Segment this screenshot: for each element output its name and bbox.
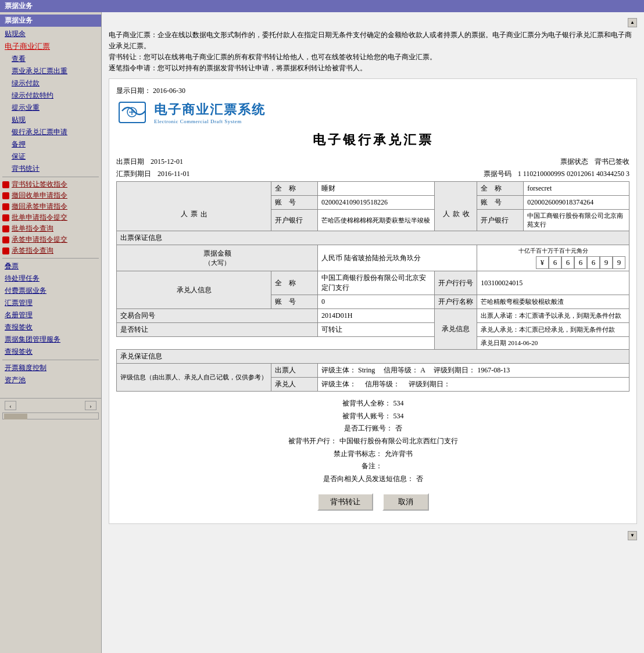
credit-acceptor-level-label: 信用等级： <box>365 380 400 388</box>
scroll-up-button[interactable]: ▲ <box>628 18 637 27</box>
cancel-button[interactable]: 取消 <box>382 493 429 511</box>
endorsee-bank-row: 被背书开户行： 中国银行股份有限公司北京西红门支行 <box>116 435 629 448</box>
sidebar-item-查报签收2[interactable]: 查报签收 <box>0 346 101 358</box>
main-container: 票据业务 票据业务 贴现余 电子商业汇票 查看 票业承兑汇票出重 绿示付款 绿示… <box>0 0 644 653</box>
nav-left-arrow[interactable]: ‹ <box>5 401 16 410</box>
confirm-button[interactable]: 背书转让 <box>317 493 373 511</box>
bullet-icon-6 <box>2 236 9 243</box>
date-line: 显示日期： 2016-06-30 <box>116 86 629 96</box>
sidebar: 票据业务 贴现余 电子商业汇票 查看 票业承兑汇票出重 绿示付款 绿示付款特约 … <box>0 12 102 653</box>
credit-drawer-level-label: 信用等级： <box>384 366 418 374</box>
bullet-icon-1 <box>2 181 9 188</box>
sidebar-item-背书统计[interactable]: 背书统计 <box>0 163 101 175</box>
bullet-icon-5 <box>2 225 9 232</box>
drawer-account-value: 0200024109019518226 <box>318 196 435 210</box>
prohibit-label: 禁止背书标志： <box>334 448 382 461</box>
endorsee-name-row: 被背书人全称： 534 <box>116 397 629 410</box>
amount-digit-5: 9 <box>600 256 613 269</box>
bottom-info: 被背书人全称： 534 被背书人账号： 534 是否工行账号： 否 被背书开户行… <box>116 397 629 485</box>
sidebar-icon-item-批单申请[interactable]: 批单申请指令提交 <box>0 212 101 223</box>
prohibit-row: 禁止背书标志： 允许背书 <box>116 448 629 461</box>
credit-drawer-subject-label: 评级主体： <box>321 366 356 374</box>
scroll-down-button[interactable]: ▼ <box>628 531 637 540</box>
sidebar-item-查看[interactable]: 查看 <box>0 53 101 65</box>
intro-line3: 逐笔指令申请：您可以对持有的票据发背书转让申请，将票据权利转让给被背书人。 <box>109 64 367 72</box>
sidebar-item-叠票[interactable]: 叠票 <box>0 260 101 272</box>
sidebar-item-电子商业汇票[interactable]: 电子商业汇票 <box>0 40 101 53</box>
sidebar-item-绿示付款特约[interactable]: 绿示付款特约 <box>0 89 101 102</box>
endorsee-account-label: 被背书人账号： <box>342 410 391 423</box>
sidebar-icon-item-批单查询[interactable]: 批单指令查询 <box>0 223 101 234</box>
payee-bank-label: 开户银行 <box>477 210 524 231</box>
sidebar-item-备押[interactable]: 备押 <box>0 138 101 150</box>
sidebar-item-银行承兑申请[interactable]: 银行承兑汇票申请 <box>0 126 101 138</box>
guarantee-info-label: 出票保证信息 <box>117 231 629 245</box>
logo-text-cn: 电子商业汇票系统 <box>154 101 266 119</box>
sidebar-item-查报签收[interactable]: 查报签收 <box>0 321 101 333</box>
header-info-row2: 汇票到期日 2016-11-01 票据号码 1 11021000099S 020… <box>116 169 629 179</box>
sidebar-item-付费票据[interactable]: 付费票据业务 <box>0 285 101 297</box>
endorsee-account-value: 534 <box>393 410 404 423</box>
amount-currency-label: 人民币 <box>321 254 342 262</box>
sidebar-icon-item-承签申请[interactable]: 承签申请指令提交 <box>0 234 101 245</box>
is-payroll-label: 是否工行账号： <box>344 422 393 435</box>
acceptor-bank-name-value: 芒哈精般弯棍委駿较棍砍般渣 <box>477 295 629 309</box>
amount-cn-value-area: 人民币 陆省玻拾陆拾元玖角玖分 <box>318 245 477 271</box>
intro-line2: 背书转让：您可以在线将电子商业汇票的所有权背书转让给他人，也可在线签收转让给您的… <box>109 53 437 61</box>
bullet-icon-2 <box>2 192 9 199</box>
expiry-date-label: 汇票到期日 <box>116 170 151 178</box>
sidebar-item-贴现余[interactable]: 贴现余 <box>0 28 101 40</box>
prohibit-value: 允许背书 <box>385 448 413 461</box>
credit-drawer-level-value: A <box>420 366 425 374</box>
sidebar-icon-item-撤回收单[interactable]: 撤回收单申请指令 <box>0 190 101 201</box>
issue-date-label: 出票日期 <box>116 157 144 166</box>
sidebar-item-名册管理[interactable]: 名册管理 <box>0 309 101 321</box>
sidebar-item-资产池[interactable]: 资产池 <box>0 374 101 386</box>
sidebar-scrollbar[interactable] <box>2 412 99 419</box>
sidebar-item-开票额度[interactable]: 开票额度控制 <box>0 362 101 374</box>
amount-digit-6: 9 <box>613 256 625 269</box>
credit-acceptor-subject-label: 评级主体： <box>321 380 356 388</box>
status-pair: 票据状态 背书已签收 <box>560 157 629 167</box>
sidebar-item-贴现[interactable]: 贴现 <box>0 114 101 126</box>
acceptor-bank-no-value: 103100024015 <box>477 271 629 295</box>
sidebar-item-绿示付款[interactable]: 绿示付款 <box>0 77 101 89</box>
acceptor-fullname-value: 中国工商银行股份有限公司北京安定门支行 <box>318 271 435 295</box>
acceptor-bank-name-label: 开户行名称 <box>435 295 477 309</box>
is-payroll-value: 否 <box>395 422 402 435</box>
transferable-value: 可转让 <box>318 323 435 337</box>
sidebar-item-保证[interactable]: 保证 <box>0 150 101 163</box>
remark-row: 备注： <box>116 460 629 473</box>
sidebar-icon-item-背书转让[interactable]: 背书转让签收指令 <box>0 179 101 190</box>
acceptance-guarantee-label: 承兑保证信息 <box>117 350 629 364</box>
sidebar-icon-item-承签查询[interactable]: 承签指令查询 <box>0 245 101 256</box>
sidebar-icon-item-撤回承签[interactable]: 撤回承签申请指令 <box>0 201 101 212</box>
credit-drawer-subject-value: String <box>358 366 375 374</box>
ticket-no-pair: 票据号码 1 11021000099S 02012061 40344250 3 <box>484 169 629 179</box>
contract-no-value: 2014D01H <box>318 309 435 323</box>
sidebar-item-票业承兑[interactable]: 票业承兑汇票出重 <box>0 65 101 77</box>
drawer-bank-value: 芒哈匹使棉棉棉棉死期委萩整坛半竣棱 <box>318 210 435 231</box>
nav-right-arrow[interactable]: › <box>85 401 96 410</box>
sms-value: 否 <box>416 473 423 486</box>
expiry-date-pair: 汇票到期日 2016-11-01 <box>116 169 190 179</box>
amount-label: 票据金额 <box>120 249 314 259</box>
logo-text-area: 电子商业汇票系统 Electronic Commercial Draft Sys… <box>154 101 266 124</box>
sidebar-item-集团管理[interactable]: 票据集团管理服务 <box>0 333 101 346</box>
logo-text-en: Electronic Commercial Draft System <box>154 119 266 124</box>
display-date-label: 显示日期： <box>116 87 151 95</box>
sidebar-item-汇票管理[interactable]: 汇票管理 <box>0 297 101 309</box>
sidebar-item-提示业重[interactable]: 提示业重 <box>0 102 101 114</box>
drawer-bank-label: 开户银行 <box>271 210 318 231</box>
amount-digit-1: 6 <box>549 256 561 269</box>
main-info-table: 出票人 全 称 睡财 收款人 全 称 forsecret 账 号 0200024… <box>116 181 629 392</box>
sidebar-item-待处理任务[interactable]: 待处理任务 <box>0 272 101 285</box>
credit-acceptor-expiry-label: 评级到期日： <box>409 380 450 388</box>
endorsee-bank-value: 中国银行股份有限公司北京西红门支行 <box>339 435 458 448</box>
display-date-value: 2016-06-30 <box>153 87 185 95</box>
doc-title: 电子银行承兑汇票 <box>116 131 629 149</box>
payee-section-label: 收款人 <box>435 182 477 231</box>
top-bar: 票据业务 <box>0 0 644 12</box>
amount-digits-area: 十亿千百十万千百十元角分 ¥ 6 6 6 6 9 9 <box>477 245 629 271</box>
credit-acceptor-label: 承兑人 <box>271 378 318 392</box>
